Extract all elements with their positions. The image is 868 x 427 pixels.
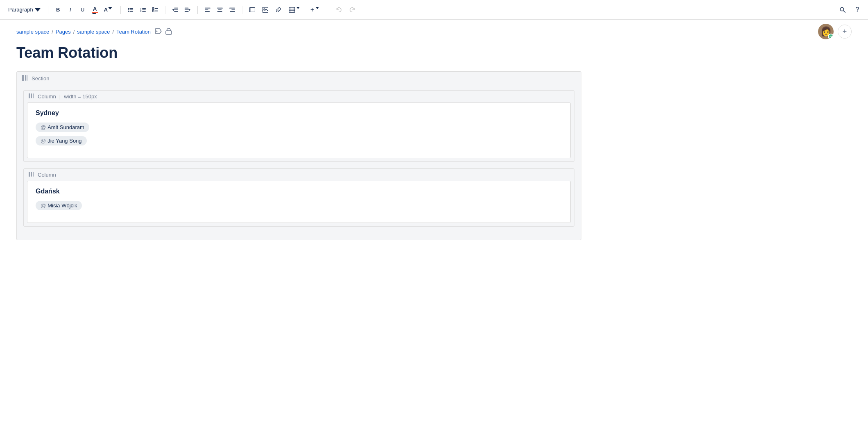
svg-rect-33 — [249, 7, 251, 12]
svg-rect-0 — [92, 12, 98, 13]
redo-button[interactable] — [346, 4, 358, 16]
editor-toolbar: Paragraph B I U A A — [0, 0, 868, 20]
indent-increase-button[interactable] — [182, 4, 193, 16]
breadcrumb-team-rotation[interactable]: Team Rotation — [116, 29, 151, 35]
indent-group — [170, 4, 193, 16]
svg-text:3.: 3. — [140, 10, 142, 12]
svg-rect-52 — [31, 172, 32, 177]
mention-tag-amit[interactable]: @ Amit Sundaram — [36, 123, 89, 132]
lock-icon[interactable] — [165, 27, 172, 36]
svg-rect-22 — [185, 11, 189, 12]
text-color-button[interactable]: A — [89, 4, 101, 16]
toolbar-right: ? — [837, 4, 863, 16]
undo-button[interactable] — [333, 4, 345, 16]
align-left-button[interactable] — [202, 4, 213, 16]
breadcrumb-sample-space-2[interactable]: sample space — [77, 29, 110, 35]
svg-rect-17 — [174, 7, 178, 8]
search-button[interactable] — [837, 4, 848, 16]
redo-icon — [349, 7, 355, 13]
insert-button[interactable]: + — [307, 4, 325, 16]
align-right-icon — [229, 7, 235, 13]
column-1-header: Column | width = 150px — [24, 91, 574, 102]
avatar-badge: R — [828, 34, 834, 39]
paragraph-dropdown[interactable]: Paragraph — [5, 4, 44, 16]
divider-1 — [48, 6, 48, 14]
bold-button[interactable]: B — [52, 4, 64, 16]
divider-4 — [197, 6, 198, 14]
task-list-icon — [152, 7, 158, 13]
svg-rect-27 — [218, 9, 222, 10]
chevron-insert — [316, 7, 321, 13]
column-2-inner: Gdańsk @ Misia Wójcik — [27, 181, 571, 223]
svg-rect-31 — [230, 11, 235, 12]
image-button[interactable] — [260, 4, 271, 16]
indent-increase-icon — [185, 7, 190, 13]
city-sydney: Sydney — [36, 109, 562, 117]
indent-decrease-button[interactable] — [170, 4, 181, 16]
column-1-icon — [29, 93, 34, 100]
numbered-list-button[interactable]: 1. 2. 3. — [137, 4, 149, 16]
chevron-down-icon-color — [92, 13, 98, 14]
paragraph-group: Paragraph — [5, 4, 44, 16]
svg-rect-26 — [217, 7, 223, 8]
page-title: Team Rotation — [16, 44, 852, 61]
header-right: 👩 R + — [818, 24, 852, 39]
svg-rect-12 — [142, 11, 146, 11]
section-header: Section — [17, 72, 581, 85]
svg-rect-25 — [205, 11, 210, 12]
numbered-list-icon: 1. 2. 3. — [140, 7, 146, 13]
image-icon — [262, 7, 268, 13]
breadcrumb-actions — [155, 27, 172, 36]
column-block-1: Column | width = 150px Sydney @ Amit Sun… — [23, 90, 574, 162]
svg-rect-48 — [29, 93, 30, 98]
svg-line-42 — [843, 10, 845, 12]
mention-tag-misia[interactable]: @ Misia Wójcik — [36, 201, 82, 210]
help-button[interactable]: ? — [852, 4, 863, 16]
undo-icon — [336, 7, 342, 13]
divider-6 — [329, 6, 329, 14]
svg-point-1 — [128, 8, 129, 9]
chevron-table — [296, 7, 302, 13]
indent-decrease-icon — [172, 7, 178, 13]
text-style-button[interactable]: A — [102, 4, 116, 16]
add-button[interactable]: + — [838, 25, 852, 39]
search-icon — [840, 7, 845, 13]
panel-button[interactable] — [246, 4, 258, 16]
svg-rect-49 — [31, 93, 32, 98]
list-group: 1. 2. 3. — [125, 4, 161, 16]
svg-rect-46 — [25, 75, 26, 81]
svg-rect-24 — [205, 9, 208, 10]
table-icon — [289, 7, 295, 13]
align-group — [202, 4, 238, 16]
breadcrumb-pages[interactable]: Pages — [56, 29, 71, 35]
chevron-down-icon — [35, 7, 41, 13]
user-avatar[interactable]: 👩 R — [818, 24, 834, 39]
column-1-inner: Sydney @ Amit Sundaram @ Jie Yang Song — [27, 102, 571, 158]
align-center-button[interactable] — [214, 4, 226, 16]
link-button[interactable] — [273, 4, 284, 16]
svg-rect-10 — [142, 9, 146, 10]
bullet-list-button[interactable] — [125, 4, 136, 16]
column-2-label: Column — [38, 172, 56, 178]
italic-button[interactable]: I — [65, 4, 76, 16]
table-button[interactable] — [286, 4, 305, 16]
section-label: Section — [32, 75, 49, 82]
svg-rect-28 — [217, 11, 222, 12]
column-1-label: Column — [38, 93, 56, 100]
column-1-width: width = 150px — [64, 93, 97, 100]
align-right-button[interactable] — [226, 4, 238, 16]
breadcrumb: sample space / Pages / sample space / Te… — [0, 20, 868, 41]
svg-rect-2 — [129, 8, 133, 9]
svg-rect-14 — [152, 10, 154, 11]
task-list-button[interactable] — [149, 4, 161, 16]
svg-rect-51 — [29, 172, 30, 177]
label-icon[interactable] — [155, 28, 162, 36]
mention-tag-jie[interactable]: @ Jie Yang Song — [36, 136, 87, 145]
underline-button[interactable]: U — [77, 4, 88, 16]
breadcrumb-sample-space-1[interactable]: sample space — [16, 29, 49, 35]
bullet-list-icon — [128, 7, 133, 13]
svg-rect-44 — [166, 31, 172, 34]
svg-rect-15 — [155, 8, 158, 9]
section-inner: Column | width = 150px Sydney @ Amit Sun… — [17, 85, 581, 240]
svg-rect-16 — [155, 10, 158, 11]
